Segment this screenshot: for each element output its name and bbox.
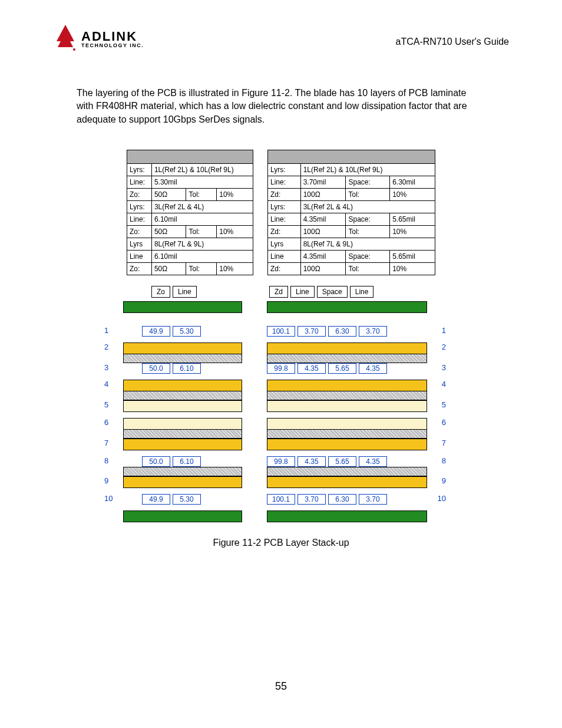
figure-11-2: Lyrs:1L(Ref 2L) & 10L(Ref 9L) Line:5.30m… [116,150,446,548]
logo-icon [53,24,78,54]
page-number: 55 [0,680,562,693]
logo: ADLINK TECHNOLOGY INC. [53,24,144,54]
figure-caption: Figure 11-2 PCB Layer Stack-up [116,538,446,548]
document-title: aTCA-RN710 User's Guide [396,24,509,47]
left-spec-table: Lyrs:1L(Ref 2L) & 10L(Ref 9L) Line:5.30m… [127,150,253,275]
right-col-label-space: Space [317,286,348,298]
left-col-label-line: Line [173,286,197,298]
svg-point-0 [73,48,75,51]
right-spec-table: Lyrs:1L(Ref 2L) & 10L(Ref 9L) Line:3.70m… [267,150,435,275]
right-col-label-line2: Line [350,286,374,298]
logo-text-main: ADLINK [81,30,144,43]
right-col-label-line1: Line [290,286,315,298]
left-col-label-zo: Zo [151,286,170,298]
body-paragraph: The layering of the PCB is illustrated i… [0,54,562,126]
right-col-label-zd: Zd [269,286,288,298]
logo-text-sub: TECHNOLOGY INC. [81,43,144,48]
